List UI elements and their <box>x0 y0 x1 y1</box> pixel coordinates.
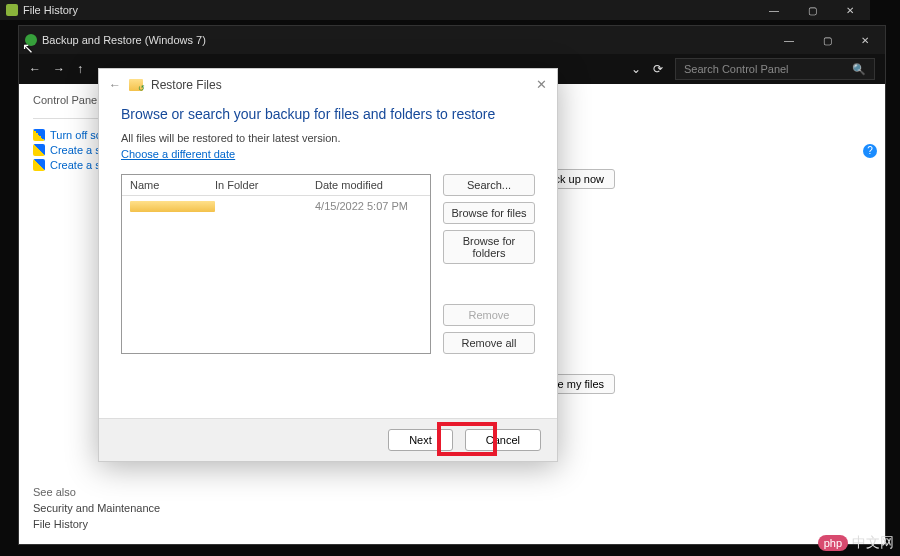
window-controls: — ▢ ✕ <box>760 5 864 16</box>
refresh-button[interactable]: ⟳ <box>653 62 663 76</box>
search-input[interactable]: Search Control Panel 🔍 <box>675 58 875 80</box>
dropdown-icon[interactable]: ⌄ <box>631 62 641 76</box>
folder-icon <box>130 201 215 212</box>
window-title: Backup and Restore (Windows 7) <box>42 34 206 46</box>
shield-icon <box>33 144 45 156</box>
col-modified[interactable]: Date modified <box>315 179 422 191</box>
list-item[interactable]: 4/15/2022 5:07 PM <box>122 196 430 216</box>
search-icon: 🔍 <box>852 63 866 76</box>
close-button[interactable]: ✕ <box>851 35 879 46</box>
maximize-button[interactable]: ▢ <box>798 5 826 16</box>
next-button[interactable]: Next <box>388 429 453 451</box>
choose-date-link[interactable]: Choose a different date <box>121 148 235 160</box>
dialog-subtext: All files will be restored to their late… <box>121 132 535 144</box>
dialog-title: Restore Files <box>151 78 222 92</box>
dialog-heading: Browse or search your backup for files a… <box>121 106 535 122</box>
browse-folders-button[interactable]: Browse for folders <box>443 230 535 264</box>
cursor-icon: ↖ <box>22 40 34 56</box>
restore-files-dialog: ← ↺ Restore Files ✕ Browse or search you… <box>98 68 558 462</box>
watermark: php 中文网 <box>818 534 894 552</box>
watermark-text: 中文网 <box>852 534 894 552</box>
minimize-button[interactable]: — <box>775 35 803 46</box>
window-controls: — ▢ ✕ <box>775 35 879 46</box>
col-folder[interactable]: In Folder <box>215 179 315 191</box>
shield-icon <box>33 159 45 171</box>
dialog-header: ← ↺ Restore Files ✕ <box>99 69 557 100</box>
folder-refresh-icon: ↺ <box>129 79 143 91</box>
shield-icon <box>33 129 45 141</box>
back-arrow-icon[interactable]: ← <box>109 78 121 92</box>
see-also-file-history[interactable]: File History <box>33 518 160 530</box>
minimize-button[interactable]: — <box>760 5 788 16</box>
side-buttons: Search... Browse for files Browse for fo… <box>443 174 535 354</box>
php-badge: php <box>818 535 848 551</box>
folder-icon <box>6 4 18 16</box>
forward-button[interactable]: → <box>53 62 65 76</box>
row-date: 4/15/2022 5:07 PM <box>315 200 422 212</box>
maximize-button[interactable]: ▢ <box>813 35 841 46</box>
remove-all-button[interactable]: Remove all <box>443 332 535 354</box>
title-bar: Backup and Restore (Windows 7) — ▢ ✕ <box>19 26 885 54</box>
see-also-security[interactable]: Security and Maintenance <box>33 502 160 514</box>
see-also-heading: See also <box>33 486 76 498</box>
back-button[interactable]: ← <box>29 62 41 76</box>
list-header: Name In Folder Date modified <box>122 175 430 196</box>
dialog-footer: Next Cancel <box>99 418 557 461</box>
see-also-section: See also Security and Maintenance File H… <box>33 486 160 534</box>
cancel-button[interactable]: Cancel <box>465 429 541 451</box>
col-name[interactable]: Name <box>130 179 215 191</box>
close-button[interactable]: ✕ <box>836 5 864 16</box>
up-button[interactable]: ↑ <box>77 62 83 76</box>
file-history-window: File History — ▢ ✕ <box>0 0 870 20</box>
search-button[interactable]: Search... <box>443 174 535 196</box>
search-placeholder: Search Control Panel <box>684 63 789 75</box>
browse-files-button[interactable]: Browse for files <box>443 202 535 224</box>
remove-button[interactable]: Remove <box>443 304 535 326</box>
file-list[interactable]: Name In Folder Date modified 4/15/2022 5… <box>121 174 431 354</box>
file-history-title: File History <box>23 4 78 16</box>
close-icon[interactable]: ✕ <box>536 77 547 92</box>
